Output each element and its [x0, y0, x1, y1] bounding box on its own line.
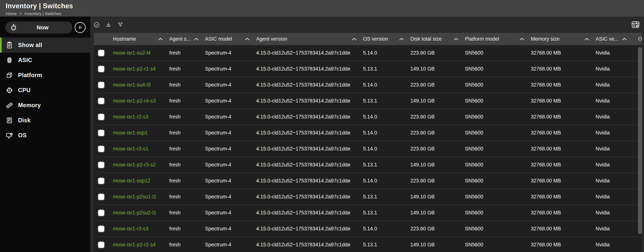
hostname-link[interactable]: mose-isr1-ssp12 [113, 178, 150, 184]
column-header[interactable]: Agent version [256, 36, 363, 42]
hostname-link[interactable]: mose-isr1-su4-l3 [113, 82, 151, 88]
row-checkbox[interactable] [98, 226, 104, 232]
cell-disk-total-size: 149.10 GB [410, 162, 465, 168]
cell-platform-model: SN5600 [465, 66, 531, 72]
column-header[interactable]: O [633, 36, 642, 42]
cell-asic-model: Spectrum-4 [205, 210, 256, 216]
cell-os-version: 5.14.0 [363, 146, 410, 152]
hostname-link[interactable]: mose-isr1-ssp1 [113, 130, 148, 136]
sidebar-item-show-all[interactable]: Show all [0, 38, 90, 53]
column-header[interactable]: Hostname [113, 36, 169, 42]
table-settings-button[interactable] [630, 19, 641, 30]
cell-agent-version: 4.15.0-cld12u52~1753783414.2a97c1dde [256, 82, 363, 88]
hostname-link[interactable]: mose-isr1-su2-l4 [113, 50, 151, 56]
cell-agent-state: fresh [169, 178, 205, 184]
column-header[interactable]: Platform model [465, 36, 531, 42]
column-header[interactable]: ASIC ve... [596, 36, 633, 42]
row-checkbox[interactable] [98, 98, 104, 104]
cell-memory-size: 32768.00 MB [531, 50, 596, 56]
row-checkbox[interactable] [98, 130, 104, 136]
sidebar-item-asic[interactable]: ASIC [0, 53, 90, 68]
column-header[interactable]: Memory size [531, 36, 596, 42]
sidebar-nav: Show all ASIC [0, 38, 90, 143]
column-header[interactable]: Disk total size [410, 36, 465, 42]
time-now-button[interactable]: Now [5, 22, 72, 34]
sidebar-item-label: OS [18, 132, 26, 139]
hostname-link[interactable]: mose-isr1-r2-s3 [113, 114, 148, 120]
sort-ascending-icon[interactable] [194, 38, 198, 40]
sort-ascending-icon[interactable] [245, 38, 250, 40]
breadcrumb-current: Inventory | Switches [24, 11, 61, 16]
cell-disk-total-size: 223.60 GB [410, 50, 465, 56]
table-row: mose-isr1-p2-r4-s3 fresh Spectrum-4 4.15… [94, 93, 642, 109]
row-checkbox[interactable] [98, 162, 104, 168]
column-header[interactable]: OS version [363, 36, 410, 42]
row-checkbox[interactable] [98, 194, 104, 200]
sort-ascending-icon[interactable] [520, 38, 524, 40]
scrollbar-thumb[interactable] [638, 47, 642, 234]
sidebar-item-memory[interactable]: Memory [0, 98, 90, 113]
table-row: mose-isr1-p2-r1-s4 fresh Spectrum-4 4.15… [94, 61, 642, 77]
cell-os-version: 5.13.1 [363, 162, 410, 168]
hostname-link[interactable]: mose-isr1-p2-r3-s2 [113, 162, 156, 168]
sort-ascending-icon[interactable] [399, 38, 404, 40]
hostname-link[interactable]: mose-isr1-p2-r4-s3 [113, 98, 156, 104]
cell-asic-vendor: Nvidia [596, 130, 633, 136]
cell-agent-version: 4.15.0-cld12u52~1753783414.2a97c1dde [256, 242, 363, 248]
row-checkbox[interactable] [98, 66, 104, 72]
export-button[interactable] [104, 21, 113, 29]
filter-button[interactable] [116, 21, 124, 29]
cell-asic-model: Spectrum-4 [205, 50, 256, 56]
cell-agent-state: fresh [169, 50, 205, 56]
hostname-link[interactable]: mose-isr1-p2su2-l1 [113, 210, 156, 216]
row-checkbox[interactable] [98, 210, 104, 216]
row-checkbox[interactable] [98, 50, 104, 56]
cell-disk-total-size: 149.10 GB [410, 98, 465, 104]
hostname-link[interactable]: mose-isr1-r3-s1 [113, 146, 148, 152]
cell-asic-model: Spectrum-4 [205, 114, 256, 120]
switches-table: Hostname Agent s... ASIC model Agent ver… [94, 33, 642, 252]
row-checkbox[interactable] [98, 242, 104, 248]
cell-platform-model: SN5600 [465, 98, 531, 104]
hostname-link[interactable]: mose-isr1-p2-r2-s4 [113, 242, 156, 248]
column-header[interactable]: ASIC model [205, 36, 256, 42]
cell-agent-version: 4.15.0-cld12u52~1753783414.2a97c1dde [256, 66, 363, 72]
download-icon [105, 22, 112, 28]
cell-asic-vendor: Nvidia [596, 66, 633, 72]
validate-button[interactable] [92, 21, 101, 29]
cell-os-version: 5.14.0 [363, 178, 410, 184]
column-header[interactable]: Agent s... [169, 36, 205, 42]
sidebar-item-label: Memory [18, 102, 41, 109]
cell-os-version: 5.13.1 [363, 194, 410, 200]
sort-ascending-icon[interactable] [622, 38, 627, 40]
cell-agent-version: 4.15.0-cld12u52~1753783414.2a97c1dde [256, 50, 363, 56]
clipboard-icon [5, 41, 14, 49]
table-scrollbar[interactable] [638, 45, 642, 252]
sidebar-item-os[interactable]: OS [0, 128, 90, 143]
time-now-label: Now [17, 24, 68, 31]
sort-ascending-icon[interactable] [584, 38, 589, 40]
cell-agent-state: fresh [169, 146, 205, 152]
hostname-link[interactable]: mose-isr1-r3-s3 [113, 226, 148, 232]
cell-asic-model: Spectrum-4 [205, 66, 256, 72]
sidebar-item-platform[interactable]: Platform [0, 68, 90, 83]
row-checkbox[interactable] [98, 114, 104, 120]
row-checkbox[interactable] [98, 178, 104, 184]
play-button[interactable] [75, 22, 86, 33]
page-header: Inventory | Switches Home > Inventory | … [0, 0, 644, 16]
sort-ascending-icon[interactable] [158, 38, 163, 40]
hostname-link[interactable]: mose-isr1-p2su1-l2 [113, 194, 156, 200]
hostname-link[interactable]: mose-isr1-p2-r1-s4 [113, 66, 156, 72]
cell-platform-model: SN5600 [465, 114, 531, 120]
row-checkbox[interactable] [98, 82, 104, 88]
row-checkbox[interactable] [98, 146, 104, 152]
cell-os-version: 5.13.1 [363, 66, 410, 72]
cell-agent-version: 4.15.0-cld12u52~1753783414.2a97c1dde [256, 98, 363, 104]
breadcrumb-home[interactable]: Home [6, 11, 17, 16]
sidebar-item-cpu[interactable]: CPU [0, 83, 90, 98]
cell-asic-vendor: Nvidia [596, 178, 633, 184]
sort-ascending-icon[interactable] [454, 38, 458, 40]
play-icon [77, 25, 83, 30]
sort-ascending-icon[interactable] [352, 38, 356, 40]
sidebar-item-disk[interactable]: Disk [0, 113, 90, 128]
